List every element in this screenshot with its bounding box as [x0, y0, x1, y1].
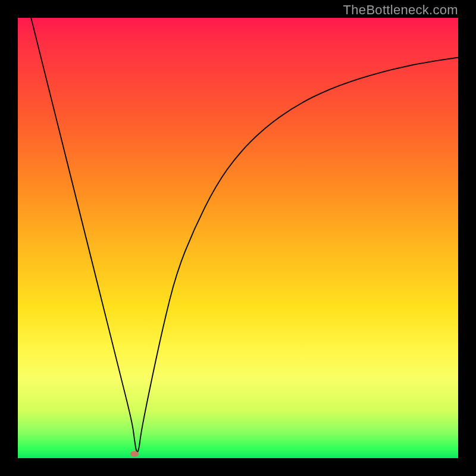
plot-area: [18, 18, 458, 458]
chart-frame: TheBottleneck.com: [0, 0, 476, 476]
watermark-text: TheBottleneck.com: [343, 2, 458, 18]
minimum-marker: [130, 451, 139, 457]
